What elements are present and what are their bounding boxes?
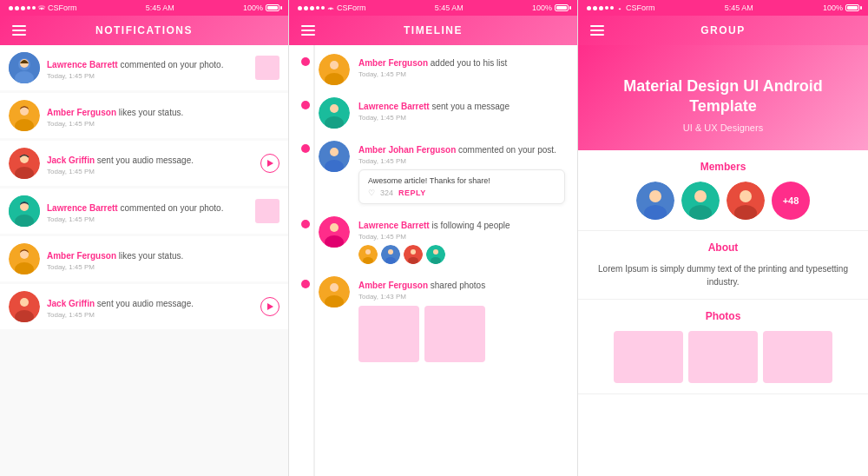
signal-dot (27, 6, 30, 10)
tl-name: Amber Ferguson (358, 281, 431, 290)
notifications-header: NOTIFICATIONS (0, 16, 288, 45)
notif-time: Today, 1:45 PM (47, 215, 248, 223)
hamburger-icon[interactable] (12, 25, 26, 36)
status-bar-3: CSForm 5:45 AM 100% (578, 0, 868, 16)
timeline-dot (301, 220, 310, 228)
tl-name: Amber Ferguson (358, 58, 431, 68)
member-avatar (727, 182, 765, 220)
shared-photo (358, 306, 419, 362)
svg-point-36 (385, 257, 396, 264)
signal-icons-1: CSForm (9, 3, 77, 12)
notif-action: sent you audio message. (97, 155, 194, 165)
status-bar-1: CSForm 5:45 AM 100% (0, 0, 288, 16)
notif-content: Jack Griffin sent you audio message. Tod… (47, 151, 253, 175)
photo-thumb (614, 331, 683, 383)
photo-thumb (688, 331, 758, 383)
notif-time: Today, 1:45 PM (47, 263, 279, 271)
avatar (9, 100, 40, 131)
notif-item[interactable]: Lawrence Barrett commented on your photo… (0, 45, 288, 90)
avatar (9, 52, 40, 83)
notifications-list: Lawrence Barrett commented on your photo… (0, 45, 288, 476)
user-avatar (9, 148, 40, 179)
tl-time: Today, 1:45 PM (358, 114, 565, 122)
notif-content: Lawrence Barrett commented on your photo… (47, 56, 248, 80)
network-name-1: CSForm (48, 3, 77, 12)
tl-name: Amber Johan Ferguson (358, 145, 458, 155)
user-avatar (9, 100, 40, 131)
svg-point-42 (431, 257, 441, 264)
notifications-panel: CSForm 5:45 AM 100% NOTIFICATIONS (0, 0, 289, 476)
time-1: 5:45 AM (146, 3, 174, 12)
notif-action: likes your status. (119, 251, 183, 261)
network-name-2: CSForm (337, 3, 366, 12)
notif-item[interactable]: Jack Griffin sent you audio message. Tod… (0, 284, 288, 329)
svg-point-23 (330, 104, 339, 113)
notif-thumbnail (255, 199, 279, 223)
avatar (9, 148, 40, 179)
photo-thumb (763, 331, 832, 383)
signal-icons-3: CSForm (587, 3, 655, 12)
battery-pct-2: 100% (532, 3, 552, 12)
signal-icons-2: CSForm (298, 3, 366, 12)
play-button[interactable] (260, 297, 279, 316)
timeline-entry: Amber Ferguson added you to his list Tod… (301, 54, 565, 85)
battery-icon-2 (555, 4, 569, 11)
notif-item[interactable]: Lawrence Barrett commented on your photo… (0, 188, 288, 234)
group-hero-title: Material Design UI Android Template (595, 76, 851, 117)
signal-dot (15, 6, 19, 10)
following-avatars (358, 245, 565, 264)
timeline-dot (301, 280, 310, 288)
user-avatar (9, 243, 40, 274)
shared-photo (424, 306, 485, 362)
timeline-entry: Lawrence Barrett is following 4 people T… (301, 216, 565, 264)
notif-content: Jack Griffin sent you audio message. Tod… (47, 294, 253, 319)
svg-point-33 (363, 257, 373, 264)
svg-point-53 (740, 190, 752, 202)
heart-icon: ♡ (368, 188, 375, 197)
members-section: Members +48 (578, 150, 868, 231)
timeline-text: Amber Ferguson added you to his list Tod… (358, 54, 565, 85)
comment-text: Awesome article! Thanks for share! (368, 176, 556, 185)
notif-time: Today, 1:45 PM (47, 311, 253, 319)
notif-item[interactable]: Amber Ferguson likes your status. Today,… (0, 236, 288, 281)
member-avatar (636, 182, 674, 220)
svg-point-32 (365, 249, 371, 255)
network-name-3: CSForm (626, 3, 655, 12)
tl-name: Lawrence Barrett (358, 221, 431, 230)
svg-point-29 (330, 223, 339, 232)
hamburger-icon-3[interactable] (590, 25, 604, 36)
tl-time: Today, 1:45 PM (358, 233, 565, 241)
following-avatar (358, 245, 378, 264)
svg-point-39 (408, 257, 418, 264)
svg-point-50 (694, 190, 707, 202)
tl-action: commented on your post. (458, 145, 556, 155)
play-button[interactable] (260, 154, 279, 173)
photos-grid (592, 331, 854, 383)
time-2: 5:45 AM (435, 3, 464, 12)
notif-time: Today, 1:45 PM (47, 168, 253, 175)
timeline-text: Lawrence Barrett sent you a message Toda… (358, 97, 565, 129)
notif-name: Lawrence Barrett (47, 203, 120, 213)
user-avatar (9, 195, 40, 227)
tl-action: added you to his list (431, 58, 507, 68)
svg-point-17 (20, 298, 29, 307)
signal-dot (21, 6, 25, 10)
following-avatar (404, 245, 423, 264)
timeline-avatar (319, 141, 350, 172)
reply-button[interactable]: REPLY (398, 188, 426, 197)
wifi-icon-3 (615, 4, 624, 11)
tl-time: Today, 1:43 PM (358, 293, 565, 301)
notif-item[interactable]: Jack Griffin sent you audio message. Tod… (0, 141, 288, 186)
tl-name: Lawrence Barrett (358, 102, 431, 111)
notif-item[interactable]: Amber Ferguson likes your status. Today,… (0, 93, 288, 138)
hamburger-icon-2[interactable] (301, 25, 315, 36)
group-hero-subtitle: UI & UX Designers (595, 122, 851, 133)
notif-name: Lawrence Barrett (47, 60, 120, 69)
timeline-entry: Amber Ferguson shared photos Today, 1:43… (301, 276, 565, 362)
tl-time: Today, 1:45 PM (358, 70, 565, 78)
notif-content: Lawrence Barrett commented on your photo… (47, 199, 248, 223)
signal-dot (9, 6, 13, 10)
avatar (9, 195, 40, 227)
photos-title: Photos (592, 310, 854, 322)
notif-time: Today, 1:45 PM (47, 120, 279, 128)
